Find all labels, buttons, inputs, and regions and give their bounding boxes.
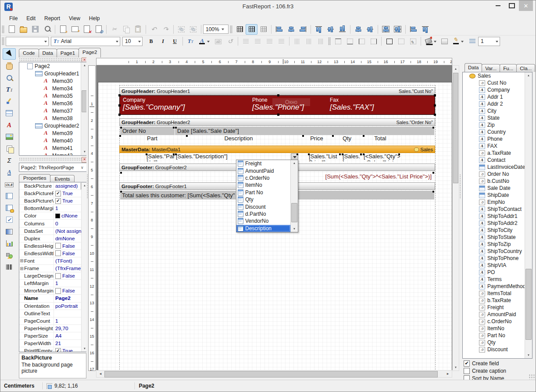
align-horizontal-centers-button[interactable] <box>285 24 297 35</box>
option-row[interactable]: Create field <box>464 360 506 367</box>
property-checkbox[interactable] <box>55 243 61 249</box>
property-row[interactable]: PaperHeight 29,70 <box>19 325 88 332</box>
property-row[interactable]: Name Page2 <box>19 295 88 302</box>
design-horizontal-scrollbar[interactable] <box>96 370 452 378</box>
frame-right-button[interactable] <box>368 36 379 46</box>
scroll-left-icon[interactable] <box>97 371 104 377</box>
tree-node[interactable]: Memo37 <box>19 107 88 114</box>
valign-middle-button[interactable] <box>303 36 315 46</box>
open-report-button[interactable] <box>18 24 29 35</box>
fit-to-grid-button[interactable] <box>257 24 269 35</box>
page-settings-button[interactable] <box>93 24 104 35</box>
new-page-button[interactable] <box>57 24 69 35</box>
fill-style-button[interactable] <box>439 36 450 46</box>
save-report-button[interactable] <box>29 24 41 35</box>
insert-band-button[interactable] <box>3 107 16 119</box>
option-checkbox[interactable] <box>464 368 470 374</box>
data-tree-node[interactable]: Contact <box>463 157 532 164</box>
undo-button[interactable] <box>148 24 160 35</box>
align-to-grid-button[interactable] <box>246 24 257 35</box>
align-rights-button[interactable] <box>297 24 309 35</box>
frame-top-button[interactable] <box>332 36 344 46</box>
tree-node[interactable]: Memo41 <box>19 144 88 152</box>
data-tree-node[interactable]: Part No <box>463 332 532 339</box>
data-panel-tab[interactable]: Fu... <box>500 64 517 72</box>
data-tree-node[interactable]: ShipToState <box>463 234 532 241</box>
dropdown-item[interactable]: d.PartNo <box>236 210 290 217</box>
close-button[interactable] <box>519 0 533 11</box>
property-row[interactable]: EndlessWidth False <box>19 250 88 257</box>
menu-item[interactable]: Report <box>40 14 64 22</box>
scroll-down-icon[interactable] <box>525 352 532 358</box>
data-tree-node[interactable]: Addr 2 <box>463 100 532 107</box>
data-tree-node[interactable]: ShipToContact <box>463 206 532 213</box>
delete-page-button[interactable] <box>81 24 93 35</box>
scroll-down-icon[interactable] <box>291 225 298 232</box>
tree-node[interactable]: Memo40 <box>19 137 88 144</box>
highlight-button[interactable] <box>212 36 224 46</box>
menu-item[interactable]: Edit <box>22 14 40 22</box>
tree-node[interactable]: Memo39 <box>19 129 88 137</box>
data-tree-node[interactable]: Discount <box>463 346 532 353</box>
inspector-tab[interactable]: Events <box>50 175 74 182</box>
gradient-object-button[interactable] <box>3 226 16 237</box>
data-tree-node[interactable]: State <box>463 114 532 121</box>
data-tree-node[interactable]: b.TaxRate <box>463 297 532 304</box>
scroll-up-icon[interactable] <box>291 160 298 167</box>
expand-toggle-icon[interactable] <box>19 266 24 271</box>
crosstab-object-button[interactable] <box>3 190 16 202</box>
font-settings-button[interactable] <box>185 36 197 46</box>
shape-object-button[interactable] <box>3 249 16 261</box>
scroll-thumb[interactable] <box>525 269 532 340</box>
rotation-button[interactable] <box>224 36 236 46</box>
property-checkbox[interactable] <box>55 198 61 204</box>
property-row[interactable]: LargeDesignH False <box>19 272 88 280</box>
tree-node[interactable]: GroupHeader1 <box>19 70 88 77</box>
data-tree-node[interactable]: Company <box>463 86 532 93</box>
data-tree-node[interactable]: Country <box>463 128 532 135</box>
data-tree-node[interactable]: Freight <box>463 304 532 311</box>
property-row[interactable]: OutlineText <box>19 310 88 317</box>
show-grid-button[interactable] <box>234 24 246 35</box>
tree-node[interactable]: Memo36 <box>19 100 88 107</box>
tree-node[interactable]: Memo38 <box>19 114 88 122</box>
property-checkbox[interactable] <box>55 191 61 196</box>
dropdown-item[interactable]: VendorNo <box>236 217 290 225</box>
tree-node[interactable]: Page2 <box>19 62 88 70</box>
select-tool-button[interactable] <box>3 48 16 60</box>
resize-grip[interactable] <box>529 374 535 379</box>
band-masterdata1[interactable]: MasterData: MasterData1 Sales <box>119 146 435 153</box>
align-justify-button[interactable] <box>275 36 287 46</box>
data-tree-node[interactable]: Cust No <box>463 79 532 86</box>
font-color-button[interactable] <box>197 36 212 46</box>
vertical-ruler[interactable]: 1234567891011121314151617 <box>88 65 96 371</box>
data-tree-node[interactable]: Sales <box>463 72 532 79</box>
data-tree-node[interactable]: City <box>463 107 532 114</box>
dropdown-item[interactable]: c.OrderNo <box>236 175 290 182</box>
data-tree-node[interactable]: ShipToCity <box>463 227 532 234</box>
data-tree-node[interactable]: PO <box>463 269 532 276</box>
zoom-tool-button[interactable] <box>3 72 16 83</box>
property-row[interactable]: BackPicture assigned) ... <box>19 182 88 190</box>
zoom-select[interactable]: 100% <box>203 25 229 34</box>
dropdown-item[interactable]: AmountPaid <box>236 167 290 174</box>
scroll-right-icon[interactable] <box>445 371 451 377</box>
stretch-text-button[interactable] <box>3 167 16 178</box>
property-row[interactable]: Duplex dmNone <box>19 235 88 242</box>
line-color-button[interactable] <box>450 36 466 46</box>
copy-button[interactable] <box>120 24 132 35</box>
text-object-button[interactable] <box>3 119 16 131</box>
align-right-button[interactable] <box>264 36 275 46</box>
data-tree-node[interactable]: c.OrderNo <box>463 318 532 325</box>
scroll-thumb[interactable] <box>104 371 438 378</box>
data-tree-node[interactable]: ShipToAddr1 <box>463 213 532 220</box>
workspace-tab[interactable]: Data <box>39 49 57 57</box>
property-checkbox[interactable] <box>55 288 61 294</box>
space-horizontally-button[interactable] <box>352 24 364 35</box>
data-tree-node[interactable]: Sale Date <box>463 185 532 192</box>
fill-color-button[interactable] <box>423 36 439 46</box>
panel-grip[interactable] <box>19 157 87 161</box>
property-row[interactable]: BackPicturePr True <box>19 190 88 197</box>
memo-qty[interactable]: [Sales."Qty" ] <box>342 153 362 161</box>
memo-list-price[interactable]: [Sales."List Price"] <box>308 153 341 161</box>
